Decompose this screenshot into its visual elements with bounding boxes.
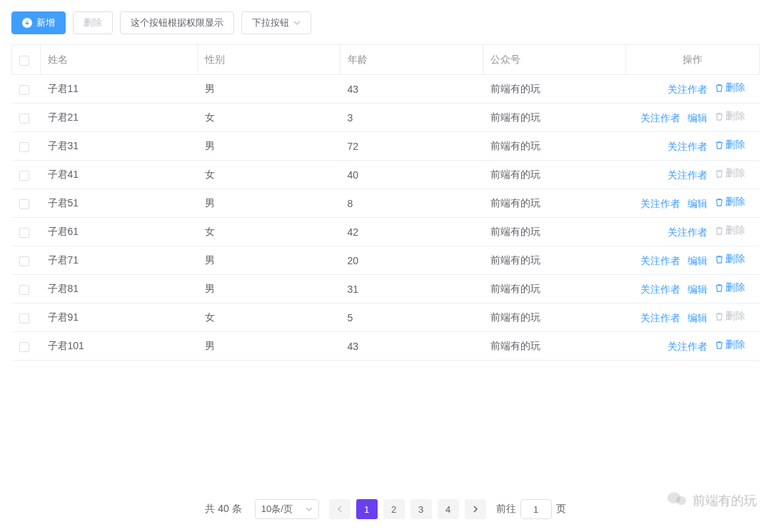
permission-button[interactable]: 这个按钮根据权限显示 (120, 11, 234, 34)
pager-prev[interactable] (329, 499, 351, 519)
cell-account: 前端有的玩 (483, 303, 626, 332)
cell-ops: 关注作者删除 (626, 332, 760, 361)
edit-link[interactable]: 编辑 (687, 255, 707, 268)
cell-account: 前端有的玩 (483, 75, 626, 104)
trash-icon (715, 198, 724, 207)
cell-account: 前端有的玩 (483, 132, 626, 161)
pager-page[interactable]: 3 (410, 499, 432, 519)
jump-prefix: 前往 (496, 503, 516, 516)
table-row: 子君61女42前端有的玩关注作者删除 (12, 218, 760, 246)
trash-icon (715, 169, 724, 179)
row-checkbox[interactable] (19, 114, 29, 124)
row-checkbox[interactable] (19, 228, 29, 238)
cell-ops: 关注作者删除 (626, 161, 760, 189)
follow-author-link[interactable]: 关注作者 (640, 312, 680, 325)
cell-gender: 女 (198, 161, 341, 189)
cell-gender: 女 (198, 218, 341, 246)
follow-author-link[interactable]: 关注作者 (667, 169, 707, 182)
select-all-checkbox[interactable] (19, 56, 29, 66)
header-gender: 性别 (198, 45, 341, 75)
trash-icon (715, 141, 724, 150)
header-account: 公众号 (483, 45, 626, 75)
delete-link: 删除 (715, 224, 745, 237)
pager-page[interactable]: 4 (438, 499, 459, 519)
row-checkbox[interactable] (19, 199, 29, 209)
header-name: 姓名 (41, 45, 198, 75)
row-checkbox[interactable] (19, 256, 29, 266)
delete-button[interactable]: 删除 (73, 11, 113, 34)
follow-author-link[interactable]: 关注作者 (667, 84, 707, 96)
cell-age: 5 (341, 303, 483, 332)
cell-age: 42 (341, 218, 483, 246)
page-size-label: 10条/页 (261, 503, 293, 516)
cell-gender: 男 (198, 332, 341, 361)
pager-next[interactable] (465, 499, 486, 519)
cell-ops: 关注作者编辑删除 (626, 275, 760, 303)
row-checkbox[interactable] (19, 171, 29, 181)
chevron-down-icon (306, 504, 313, 515)
cell-name: 子君71 (41, 246, 198, 275)
pager-page[interactable]: 2 (383, 499, 405, 519)
cell-ops: 关注作者编辑删除 (626, 246, 760, 275)
follow-author-link[interactable]: 关注作者 (640, 283, 680, 296)
follow-author-link[interactable]: 关注作者 (640, 112, 680, 125)
pager: 1234 (329, 499, 486, 519)
cell-age: 8 (341, 189, 483, 218)
cell-age: 72 (341, 132, 483, 161)
trash-icon (715, 283, 724, 293)
delete-link[interactable]: 删除 (715, 196, 745, 209)
follow-author-link[interactable]: 关注作者 (640, 255, 680, 268)
edit-link[interactable]: 编辑 (687, 112, 707, 125)
table-row: 子君31男72前端有的玩关注作者删除 (12, 132, 760, 161)
delete-link[interactable]: 删除 (715, 253, 745, 266)
delete-link[interactable]: 删除 (715, 139, 745, 151)
cell-ops: 关注作者删除 (626, 218, 760, 246)
header-checkbox-cell (12, 45, 41, 75)
row-checkbox[interactable] (19, 142, 29, 152)
toolbar: + 新增 删除 这个按钮根据权限显示 下拉按钮 (11, 11, 760, 34)
follow-author-link[interactable]: 关注作者 (667, 226, 707, 239)
table-header: 姓名 性别 年龄 公众号 操作 (12, 45, 760, 75)
cell-account: 前端有的玩 (483, 189, 626, 218)
add-button-label: 新增 (36, 16, 55, 29)
add-button[interactable]: + 新增 (11, 11, 66, 34)
cell-name: 子君41 (41, 161, 198, 189)
cell-name: 子君81 (41, 275, 198, 303)
follow-author-link[interactable]: 关注作者 (640, 198, 680, 211)
delete-link[interactable]: 删除 (715, 338, 745, 351)
pager-page[interactable]: 1 (356, 499, 378, 519)
table-row: 子君91女5前端有的玩关注作者编辑删除 (12, 303, 760, 332)
follow-author-link[interactable]: 关注作者 (667, 141, 707, 154)
edit-link[interactable]: 编辑 (687, 312, 707, 325)
cell-name: 子君21 (41, 104, 198, 132)
cell-age: 20 (341, 246, 483, 275)
row-checkbox[interactable] (19, 285, 29, 295)
trash-icon (715, 84, 724, 93)
cell-name: 子君31 (41, 132, 198, 161)
delete-link: 删除 (715, 310, 745, 323)
cell-ops: 关注作者编辑删除 (626, 104, 760, 132)
cell-account: 前端有的玩 (483, 275, 626, 303)
delete-button-label: 删除 (84, 16, 102, 29)
cell-gender: 男 (198, 189, 341, 218)
chevron-down-icon (293, 18, 301, 29)
page-size-select[interactable]: 10条/页 (255, 499, 319, 519)
jump-suffix: 页 (556, 503, 566, 516)
cell-ops: 关注作者删除 (626, 75, 760, 104)
delete-link[interactable]: 删除 (715, 281, 745, 294)
follow-author-link[interactable]: 关注作者 (667, 341, 707, 353)
cell-age: 3 (341, 104, 483, 132)
edit-link[interactable]: 编辑 (687, 198, 707, 211)
header-age: 年龄 (341, 45, 483, 75)
trash-icon (715, 226, 724, 236)
edit-link[interactable]: 编辑 (687, 283, 707, 296)
data-table: 姓名 性别 年龄 公众号 操作 子君11男43前端有的玩关注作者删除子君21女3… (11, 44, 760, 361)
row-checkbox[interactable] (19, 85, 29, 95)
row-checkbox[interactable] (19, 342, 29, 352)
dropdown-button[interactable]: 下拉按钮 (241, 11, 311, 34)
row-checkbox[interactable] (19, 313, 29, 323)
chevron-left-icon (336, 504, 343, 515)
table-row: 子君51男8前端有的玩关注作者编辑删除 (12, 189, 760, 218)
delete-link[interactable]: 删除 (715, 81, 745, 94)
jump-input[interactable] (520, 499, 552, 519)
